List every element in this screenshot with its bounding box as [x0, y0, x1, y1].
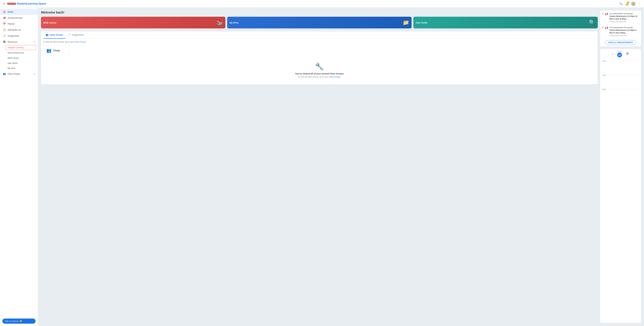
- announcements-card: 📢 SLS Administrator has posted System Ma…: [600, 11, 641, 47]
- help-improve-button[interactable]: Help us improve 😊: [2, 318, 36, 324]
- app-library-label: App Library: [8, 62, 18, 64]
- view-all-announcements-button[interactable]: VIEW ALL ANNOUNCEMENTS: [605, 40, 636, 45]
- empty-state-link[interactable]: Class Groups.: [329, 76, 341, 78]
- sidebar-footer: Help us improve 😊: [0, 316, 38, 326]
- notifications-icon[interactable]: 🔔 5: [625, 2, 629, 6]
- main-right-column: 📢 SLS Administrator has posted System Ma…: [600, 11, 641, 323]
- resources-sub-menu: Adaptive Learning Starred Resources MOE …: [0, 45, 38, 71]
- calendar-time-8pm: 8PM: [601, 60, 607, 62]
- search-icon[interactable]: 🔍: [619, 2, 623, 6]
- sidebar-item-app-library[interactable]: App Library: [0, 61, 38, 66]
- self-study-icon: 📋: [3, 29, 6, 31]
- announcement-item-2: 📢 SLS Administrator has posted System Ma…: [600, 25, 641, 38]
- sidebar-item-announcements[interactable]: 📣 Announcements: [0, 15, 38, 21]
- tab-class-groups[interactable]: 👥 Class Groups: [43, 31, 66, 39]
- resources-icon: 📚: [3, 41, 6, 43]
- my-drive-card-label: My Drive: [230, 22, 239, 24]
- title-student: Student: [17, 2, 26, 5]
- announce-date-1: 17 May 2023 03:00 PM: [610, 21, 639, 23]
- announce-date-2: 03 May 2023 03:00 PM: [610, 35, 639, 37]
- calendar-header: ℹ ‹ THU 08 › 📅: [600, 49, 641, 59]
- starred-resources-label: Starred Resources: [8, 52, 24, 54]
- sidebar-item-home[interactable]: 🏠 Home: [0, 9, 38, 15]
- class-groups-tab-label: Class Groups: [50, 34, 63, 36]
- sidebar-item-self-study[interactable]: 📋 Self-Study List: [0, 27, 38, 33]
- announce-message-2: SLS Administrator has posted System Main…: [610, 26, 639, 34]
- sidebar-self-study-label: Self-Study List: [8, 29, 21, 31]
- resources-expand-icon: ∧: [34, 41, 35, 43]
- calendar-next-button[interactable]: ›: [623, 52, 625, 56]
- calendar-prev-button[interactable]: ‹: [614, 52, 616, 56]
- sidebar-assignments-label: Assignments: [8, 35, 19, 37]
- tabs-header: 👥 Class Groups 📄 Assignments: [41, 31, 598, 39]
- sidebar-item-moe-library[interactable]: MOE Library: [0, 55, 38, 61]
- sidebar-item-class-groups[interactable]: 👥 Class Groups ∨: [0, 71, 38, 77]
- group-card-icon: 👥: [46, 48, 52, 53]
- sidebar-item-planner[interactable]: 📅 Planner: [0, 21, 38, 27]
- my-drive-card[interactable]: My Drive 📁: [227, 17, 412, 29]
- more-options-icon[interactable]: ⋮: [638, 2, 642, 6]
- assignments-tab-icon: 📄: [68, 34, 71, 36]
- sidebar-announcements-label: Announcements: [8, 17, 22, 19]
- sidebar: 🏠 Home 📣 Announcements 📅 Planner 📋 Self-…: [0, 8, 38, 326]
- sidebar-planner-label: Planner: [8, 23, 15, 25]
- tab-assignments[interactable]: 📄 Assignments: [66, 31, 86, 39]
- assignments-icon: 📝: [3, 35, 6, 37]
- sidebar-home-label: Home: [8, 11, 13, 13]
- resources-label: Resources: [8, 41, 18, 43]
- title-space: Space: [38, 2, 46, 5]
- announce-dot-1: [602, 13, 603, 14]
- notification-badge: 5: [627, 2, 629, 4]
- sidebar-nav: 🏠 Home 📣 Announcements 📅 Planner 📋 Self-…: [0, 8, 38, 316]
- announce-text-2: SLS Administrator has posted System Main…: [610, 26, 639, 37]
- assignments-tab-label: Assignments: [72, 34, 84, 36]
- sidebar-item-starred-resources[interactable]: Starred Resources: [0, 50, 38, 55]
- sidebar-class-groups-label: Class Groups: [8, 73, 20, 75]
- calendar-slot-9pm: [600, 79, 641, 88]
- app-title: StudentLearning Space: [17, 2, 46, 5]
- main-left-column: Welcome back! MOE Library 📚 My Drive 📁 U…: [41, 11, 598, 323]
- user-avatar[interactable]: 😊: [631, 2, 636, 6]
- announce-dot-2: [602, 27, 603, 28]
- calendar-open-icon[interactable]: 📅: [626, 53, 629, 55]
- header-left: ✕ SINGAPORE StudentLearning Space: [2, 2, 46, 6]
- announce-icon-1: 📢: [605, 12, 608, 16]
- welcome-message: Welcome back!: [41, 11, 598, 14]
- moe-library-label: MOE Library: [8, 57, 19, 59]
- home-icon: 🏠: [3, 11, 6, 13]
- sidebar-item-my-drive[interactable]: My Drive: [0, 66, 38, 71]
- moe-library-card-icon: 📚: [216, 20, 223, 26]
- announce-text-1: SLS Administrator has posted System Main…: [610, 12, 639, 23]
- moe-library-card-label: MOE Library: [43, 22, 56, 24]
- sidebar-item-assignments[interactable]: 📝 Assignments: [0, 33, 38, 39]
- calendar-time-line-10pm: [607, 89, 640, 89]
- close-button[interactable]: ✕: [2, 2, 6, 6]
- calendar-time-row-9pm: 9PM: [600, 74, 641, 79]
- calendar-info-icon[interactable]: ℹ: [612, 53, 613, 55]
- empty-state-subtitle: To view all Class Groups, go to your Cla…: [46, 76, 592, 78]
- sidebar-item-adaptive-learning[interactable]: Adaptive Learning: [6, 45, 36, 50]
- calendar-card: ℹ ‹ THU 08 › 📅 8PM 9PM: [600, 49, 641, 323]
- group-card-label: Group: [53, 49, 60, 52]
- announce-icon-2: 📢: [605, 26, 608, 30]
- resources-header[interactable]: 📚 Resources ∧: [0, 39, 38, 45]
- moe-library-card[interactable]: MOE Library 📚: [41, 17, 226, 29]
- calendar-date-badge: 08: [617, 53, 622, 57]
- tabs-hint: To view all Class Groups, go to your Cla…: [43, 41, 596, 43]
- singapore-badge: SINGAPORE: [7, 3, 16, 5]
- user-guide-card[interactable]: User Guide 🔍: [413, 17, 598, 29]
- class-groups-hint-link[interactable]: Class Groups.: [74, 41, 86, 43]
- calendar-time-row-8pm: 8PM: [600, 60, 641, 65]
- class-groups-expand-icon: ∨: [34, 73, 35, 75]
- help-label: Help us improve: [5, 320, 18, 322]
- empty-state: 🔧 You've viewed all of your pinned Class…: [43, 58, 596, 82]
- header-right: 🔍 🔔 5 😊 ⋮: [619, 2, 642, 6]
- announce-content-2: 📢: [605, 26, 608, 37]
- class-group-card[interactable]: 👥 Group: [43, 45, 70, 56]
- tabs-section: 👥 Class Groups 📄 Assignments To view all…: [41, 31, 598, 84]
- announcements-icon: 📣: [3, 17, 6, 19]
- announce-message-1: SLS Administrator has posted System Main…: [610, 12, 639, 20]
- tabs-content: To view all Class Groups, go to your Cla…: [41, 39, 598, 84]
- user-guide-card-icon: 🔍: [589, 20, 596, 26]
- title-learning: Learning: [26, 2, 38, 5]
